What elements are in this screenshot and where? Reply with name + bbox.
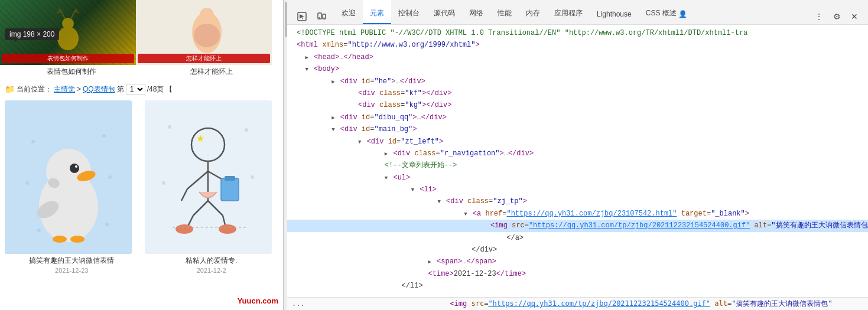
tab-right-controls: ⋮ ⚙ ✕ [808,9,866,24]
svg-rect-35 [221,178,239,201]
breadcrumb-bracket: 【 [165,84,173,94]
breadcrumb-area: 📁 当前位置： 主情觉 > QQ表情包 第 123 /48页 【 [0,81,283,97]
breadcrumb-sep-1: > [77,85,81,93]
caption-1-text: 表情包如何制作 [5,65,139,80]
svg-point-23 [53,236,67,243]
grid-img-1[interactable] [5,100,132,254]
code-line-body[interactable]: ▼ <body> [287,63,868,75]
svg-point-24 [70,236,84,243]
grid-img-2[interactable]: ★ [145,100,272,254]
svg-point-10 [194,24,220,47]
svg-point-19 [70,164,79,173]
page-select[interactable]: 123 [126,84,145,94]
device-toggle-icon[interactable] [314,9,330,24]
svg-line-2 [61,11,65,19]
thumb-2[interactable]: 怎样才能怀上 [136,0,272,65]
caption-row: 表情包如何制作 怎样才能怀上 [0,65,283,81]
svg-rect-36 [225,176,235,181]
code-line-div-kg: <div class="kg"></div> [287,99,868,111]
svg-point-1 [62,18,74,30]
tab-network[interactable]: 网络 [462,0,490,24]
svg-point-27 [245,128,248,132]
code-line-div-dibu[interactable]: ▶ <div id="dibu_qq">…</div> [287,112,868,123]
code-line-div-kf: <div class="kf"></div> [287,87,868,99]
img-tooltip: img 198 × 200 [5,28,59,40]
grid-item-2: ★ 粘粘人的爱情专. 2021-12-2 [145,100,279,274]
svg-line-33 [181,189,187,201]
code-line-li[interactable]: ▼ <li> [287,184,868,195]
image-grid: 搞笑有趣的王大讷微信表情 2021-12-23 [0,97,283,277]
breadcrumb-page-label: 第 [117,84,124,94]
tab-application[interactable]: 应用程序 [547,0,590,24]
tab-css-overview[interactable]: CSS 概述 👤 [639,0,694,24]
tooltip-size: 198 × 200 [23,30,55,38]
grid-date-1: 2021-12-23 [5,267,139,274]
caption-1: 表情包如何制作 [5,65,139,80]
code-line-a-href[interactable]: ▼ <a href="https://qq.yh31.com/zjbq/2310… [287,208,868,220]
tab-memory[interactable]: 内存 [519,0,547,24]
svg-point-12 [102,134,106,138]
svg-line-32 [187,171,208,189]
close-icon[interactable]: ✕ [847,9,862,24]
breadcrumb-link-1[interactable]: 主情觉 [54,84,75,94]
devtools-bottom-bar: ... <img src="https://qq.yh31.com/tp/zjb… [287,297,868,310]
code-line-span[interactable]: ▶ <span>…</span> [287,256,868,267]
grid-date-2: 2021-12-2 [145,267,279,274]
tab-console[interactable]: 控制台 [391,0,427,24]
devtools-icons [290,9,334,24]
svg-point-11 [31,140,35,143]
code-line-ul[interactable]: ▼ <ul> [287,172,868,184]
svg-point-42 [219,224,236,234]
code-line-doctype: <!DOCTYPE html PUBLIC "-//W3C//DTD XHTML… [287,27,868,39]
tooltip-tag: img [9,30,21,38]
svg-line-4 [58,9,61,11]
code-line-div-he[interactable]: ▶ <div id="he">…</div> [287,76,868,87]
code-line-close-li: </li> [287,280,868,292]
svg-line-6 [75,11,79,13]
grid-item-1: 搞笑有趣的王大讷微信表情 2021-12-23 [5,100,139,274]
thumb-2-label: 怎样才能怀上 [138,54,270,63]
bottom-dots: ... [292,299,309,308]
code-line-div-rnav[interactable]: ▶ <div class="r_navigation">…</div> [287,148,868,159]
svg-point-20 [75,165,77,168]
svg-line-37 [193,201,208,216]
caption-2-text: 怎样才能怀上 [145,65,279,80]
watermark: Yuucn.com [238,296,278,305]
svg-point-41 [175,224,193,234]
inspect-element-icon[interactable] [294,9,310,24]
tab-elements[interactable]: 元素 [363,0,391,24]
tab-sources[interactable]: 源代码 [427,0,462,24]
code-line-head[interactable]: ▶ <head>…</head> [287,51,868,63]
breadcrumb-total: /48页 [147,84,164,94]
code-line-div-zt-left[interactable]: ▼ <div id="zt_left"> [287,136,868,148]
svg-point-9 [200,8,214,22]
tab-performance[interactable]: 性能 [490,0,519,24]
code-line-div-zjtp[interactable]: ▼ <div class="zj_tp"> [287,195,868,207]
breadcrumb-link-2[interactable]: QQ表情包 [83,84,115,94]
more-options-icon[interactable]: ⋮ [811,9,827,24]
svg-line-5 [71,11,75,19]
breadcrumb-icon: 📁 [5,84,15,94]
devtools-code-view[interactable]: <!DOCTYPE html PUBLIC "-//W3C//DTD XHTML… [287,25,868,297]
svg-point-28 [162,181,165,185]
code-line-img-selected[interactable]: <img src="https://qq.yh31.com/tp/zjbq/20… [287,220,868,231]
settings-icon[interactable]: ⚙ [829,9,844,24]
svg-point-29 [251,175,254,179]
breadcrumb-prefix: 当前位置： [17,84,52,94]
svg-text:★: ★ [196,133,204,143]
tab-welcome[interactable]: 欢迎 [334,0,363,24]
thumb-1-label: 表情包如何制作 [2,54,134,63]
code-line-comment: <!--文章列表开始--> [287,159,868,171]
svg-point-13 [25,181,29,185]
svg-point-0 [57,27,79,50]
code-line-time: <time>2021-12-23</time> [287,268,868,280]
devtools-tabs: 欢迎 元素 控制台 源代码 网络 性能 内存 应用程序 Lighthouse C… [287,0,868,25]
svg-point-26 [168,125,171,129]
svg-point-14 [108,175,112,179]
code-line-div-main-bg[interactable]: ▼ <div id="main_bg"> [287,123,868,135]
svg-point-15 [37,229,41,232]
devtools-panel: 欢迎 元素 控制台 源代码 网络 性能 内存 应用程序 Lighthouse C… [287,0,868,310]
svg-line-39 [208,201,223,216]
svg-line-7 [75,9,77,11]
tab-lighthouse[interactable]: Lighthouse [590,0,639,24]
